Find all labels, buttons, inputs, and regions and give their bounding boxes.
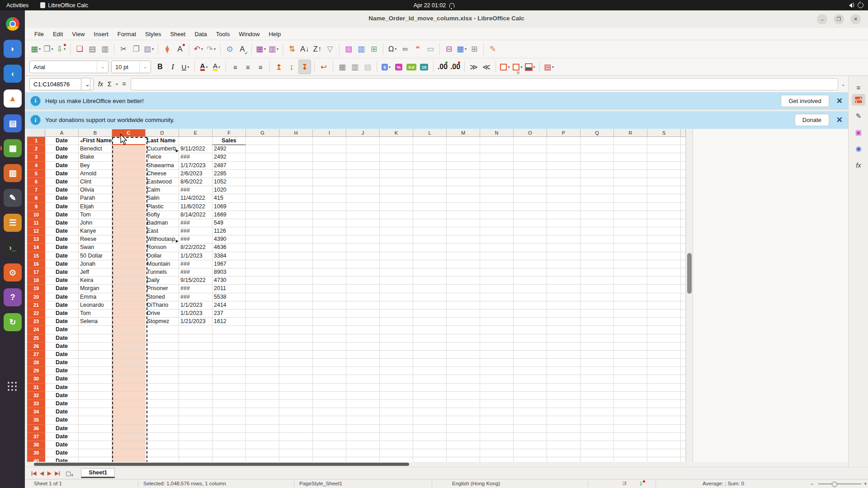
row-header-18[interactable]: 18 xyxy=(27,277,45,285)
cell-h[interactable] xyxy=(279,416,313,424)
cell-o[interactable] xyxy=(514,310,547,318)
rows-dropdown-icon[interactable]: ▾ xyxy=(264,47,266,51)
cell-n[interactable] xyxy=(480,170,514,178)
cell-c33[interactable] xyxy=(112,400,146,408)
cell-i[interactable] xyxy=(313,227,346,235)
cell-e37[interactable] xyxy=(179,433,212,441)
cell-m[interactable] xyxy=(447,260,480,268)
cell-l[interactable] xyxy=(413,318,447,326)
cell-f8[interactable]: 415 xyxy=(212,194,246,202)
cell-i[interactable] xyxy=(313,178,346,186)
new-document-dropdown-icon[interactable]: ▾ xyxy=(39,47,41,51)
cell-q[interactable] xyxy=(580,252,614,260)
cell-k[interactable] xyxy=(380,326,413,334)
cell-i[interactable] xyxy=(313,351,346,359)
sidebar-properties-tab[interactable] xyxy=(852,94,865,106)
cell-a33[interactable]: Date xyxy=(45,400,79,408)
cell-k[interactable] xyxy=(380,260,413,268)
cell-e5[interactable]: 2/6/2023 xyxy=(179,170,212,178)
cell-k[interactable] xyxy=(380,457,413,462)
menu-help[interactable]: Help xyxy=(264,29,285,39)
cell-p[interactable] xyxy=(547,343,580,351)
cell-f12[interactable]: 1126 xyxy=(212,227,246,235)
add-sheet-icon[interactable]: ▢ xyxy=(66,470,71,477)
cell-d32[interactable] xyxy=(146,392,179,400)
cell-p[interactable] xyxy=(547,334,580,343)
cell-e38[interactable] xyxy=(179,441,212,449)
cell-c8[interactable] xyxy=(112,194,146,202)
cell-h[interactable] xyxy=(279,293,313,301)
cell-a7[interactable]: Date xyxy=(45,186,79,194)
cell-a8[interactable]: Date xyxy=(45,194,79,202)
cell-j[interactable] xyxy=(346,211,380,219)
cell-k[interactable] xyxy=(380,351,413,359)
cell-n[interactable] xyxy=(480,252,514,260)
cell-e28[interactable] xyxy=(179,359,212,367)
cell-o[interactable] xyxy=(514,359,547,367)
row-header-4[interactable]: 4 xyxy=(27,162,45,170)
cell-k[interactable] xyxy=(380,301,413,310)
cell-e25[interactable] xyxy=(179,334,212,343)
column-header-q[interactable]: Q xyxy=(580,129,614,137)
dock-gimp[interactable]: ✎ xyxy=(4,189,22,207)
cell-s[interactable] xyxy=(647,145,681,153)
cell-s[interactable] xyxy=(647,178,681,186)
cell-n[interactable] xyxy=(480,145,514,153)
cell-n[interactable] xyxy=(480,416,514,424)
cell-j[interactable] xyxy=(346,449,380,457)
border-color-button[interactable]: ▾ xyxy=(524,60,536,74)
cell-p[interactable] xyxy=(547,170,580,178)
cell-e14[interactable]: 8/22/2022 xyxy=(179,244,212,252)
cell-c36[interactable] xyxy=(112,425,146,433)
cell-a4[interactable]: Date xyxy=(45,162,79,170)
clock-menu[interactable]: Apr 22 01:02 xyxy=(0,2,868,9)
cell-e39[interactable] xyxy=(179,449,212,457)
cell-a25[interactable]: Date xyxy=(45,334,79,343)
cell-f21[interactable]: 2414 xyxy=(212,301,246,310)
cell-j[interactable] xyxy=(346,425,380,433)
cell-h[interactable] xyxy=(279,359,313,367)
cell-l[interactable] xyxy=(413,178,447,186)
cell-l[interactable] xyxy=(413,384,447,392)
cell-f26[interactable] xyxy=(212,343,246,351)
cell-g[interactable] xyxy=(246,392,279,400)
cell-i[interactable] xyxy=(313,367,346,375)
cell-c31[interactable] xyxy=(112,384,146,392)
increase-indent-button[interactable]: ≫ xyxy=(468,60,480,74)
cell-n[interactable] xyxy=(480,359,514,367)
cell-g[interactable] xyxy=(246,367,279,375)
cell-m[interactable] xyxy=(447,449,480,457)
cell-g[interactable] xyxy=(246,343,279,351)
language-status[interactable]: English (Hong Kong) xyxy=(452,481,500,486)
cell-a30[interactable]: Date xyxy=(45,375,79,383)
cell-n[interactable] xyxy=(480,227,514,235)
cell-m[interactable] xyxy=(447,343,480,351)
insert-image-button[interactable]: ▨ xyxy=(343,42,354,56)
cell-j[interactable] xyxy=(346,343,380,351)
hyperlink-button[interactable]: ∞ xyxy=(399,42,411,56)
cell-s[interactable] xyxy=(647,310,681,318)
row-header-35[interactable]: 35 xyxy=(27,416,45,424)
cell-d18[interactable]: Daily xyxy=(146,277,179,285)
cell-q[interactable] xyxy=(580,449,614,457)
clear-formatting-button[interactable]: A xyxy=(174,42,186,56)
cell-f22[interactable]: 237 xyxy=(212,310,246,318)
cell-m[interactable] xyxy=(447,244,480,252)
cell-f36[interactable] xyxy=(212,425,246,433)
cell-l[interactable] xyxy=(413,186,447,194)
cell-e24[interactable] xyxy=(179,326,212,334)
cell-f24[interactable] xyxy=(212,326,246,334)
open-dropdown-icon[interactable]: ▾ xyxy=(52,47,53,51)
cell-k[interactable] xyxy=(380,384,413,392)
cell-k[interactable] xyxy=(380,343,413,351)
cell-i[interactable] xyxy=(313,203,346,211)
cell-r[interactable] xyxy=(614,318,647,326)
function-wizard-icon[interactable]: fx xyxy=(98,80,103,88)
cell-e18[interactable]: 9/15/2022 xyxy=(179,277,212,285)
align-top-button[interactable]: ↥ xyxy=(273,60,285,74)
zoom-slider[interactable] xyxy=(818,483,861,484)
cell-g[interactable] xyxy=(246,219,279,227)
cell-q[interactable] xyxy=(580,457,614,462)
cell-h[interactable] xyxy=(279,260,313,268)
cell-a3[interactable]: Date xyxy=(45,153,79,161)
